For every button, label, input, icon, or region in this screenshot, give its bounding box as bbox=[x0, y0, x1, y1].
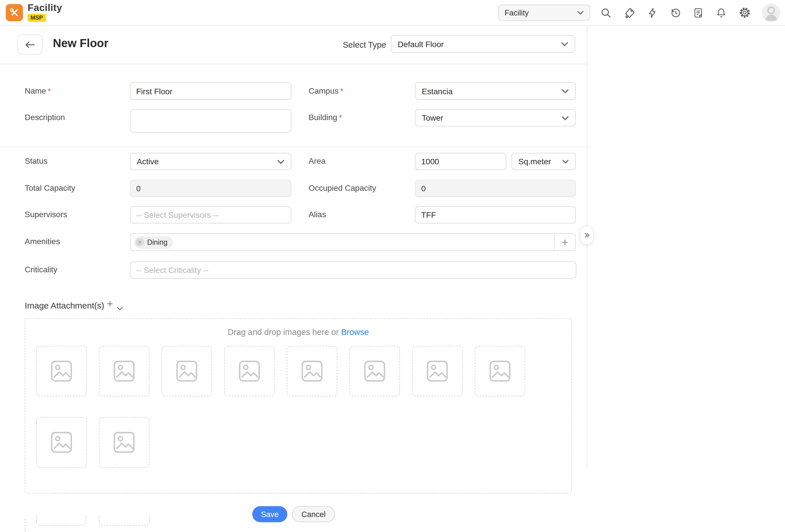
workspace-selector-value: Facility bbox=[505, 8, 529, 17]
settings-gear-icon[interactable] bbox=[738, 6, 751, 19]
select-type-label: Select Type bbox=[322, 40, 386, 49]
chevron-down-icon bbox=[277, 159, 284, 164]
notifications-bell-icon[interactable] bbox=[715, 6, 728, 19]
image-placeholder-tile bbox=[287, 346, 337, 397]
status-label: Status bbox=[25, 156, 47, 166]
save-button[interactable]: Save bbox=[252, 506, 287, 522]
status-value: Active bbox=[137, 157, 159, 166]
image-icon bbox=[363, 359, 387, 383]
collapse-section-icon[interactable] bbox=[117, 303, 123, 313]
total-capacity-label: Total Capacity bbox=[25, 183, 75, 193]
campus-value: Estancia bbox=[422, 86, 453, 96]
chevron-down-icon bbox=[561, 41, 568, 47]
total-capacity-field: 0 bbox=[130, 180, 292, 197]
cancel-button[interactable]: Cancel bbox=[292, 506, 335, 522]
image-icon bbox=[49, 430, 74, 454]
name-input[interactable] bbox=[130, 82, 292, 100]
image-placeholder-tile bbox=[349, 346, 400, 397]
chevron-down-icon bbox=[562, 159, 569, 164]
history-icon[interactable] bbox=[669, 6, 682, 19]
campus-dropdown[interactable]: Estancia bbox=[415, 82, 576, 100]
building-label: Building* bbox=[309, 112, 342, 122]
amenities-add-button[interactable]: + bbox=[554, 234, 575, 251]
area-input[interactable] bbox=[415, 153, 506, 170]
image-placeholder-tile-partial bbox=[36, 515, 86, 526]
area-label: Area bbox=[309, 156, 326, 166]
image-icon bbox=[488, 359, 512, 383]
app-logo bbox=[6, 4, 23, 21]
image-icon bbox=[425, 359, 449, 383]
dropzone-instruction: Drag and drop images here or Browse bbox=[25, 327, 572, 337]
name-label: Name* bbox=[25, 86, 51, 95]
required-marker: * bbox=[48, 87, 51, 95]
header-divider bbox=[0, 64, 587, 64]
occupied-capacity-label: Occupied Capacity bbox=[309, 183, 376, 193]
workspace-selector[interactable]: Facility bbox=[498, 5, 590, 21]
double-chevron-right-icon bbox=[583, 231, 590, 239]
amenities-label: Amenities bbox=[25, 237, 60, 246]
campus-label: Campus* bbox=[309, 86, 343, 95]
browse-link[interactable]: Browse bbox=[341, 327, 369, 337]
building-value: Tower bbox=[422, 113, 444, 122]
page-title: New Floor bbox=[53, 37, 108, 50]
image-placeholder-tile bbox=[475, 346, 525, 397]
criticality-label: Criticality bbox=[25, 265, 57, 274]
image-placeholder-tile bbox=[412, 346, 463, 397]
section-divider bbox=[0, 147, 587, 147]
amenities-field[interactable]: × Dining + bbox=[130, 233, 576, 251]
image-placeholder-tile-partial bbox=[99, 515, 150, 526]
select-type-dropdown[interactable]: Default Floor bbox=[391, 35, 575, 53]
back-button[interactable] bbox=[17, 34, 43, 55]
description-textarea[interactable] bbox=[130, 109, 292, 133]
image-placeholder-tile bbox=[99, 346, 149, 397]
alias-input[interactable] bbox=[415, 206, 576, 224]
image-icon bbox=[49, 359, 74, 383]
app-title: Facility bbox=[28, 2, 62, 14]
top-bar: Facility MSP Facility bbox=[0, 0, 785, 26]
chevron-down-icon bbox=[577, 10, 584, 15]
zia-lightning-icon[interactable] bbox=[646, 6, 659, 19]
user-avatar[interactable] bbox=[762, 3, 780, 22]
amenity-chip-label: Dining bbox=[147, 238, 168, 246]
image-placeholder-tile bbox=[36, 346, 87, 397]
required-marker: * bbox=[339, 113, 342, 122]
feedback-icon[interactable] bbox=[692, 6, 705, 19]
dropzone-edge-fragment bbox=[25, 519, 26, 532]
image-icon bbox=[300, 359, 324, 383]
image-icon bbox=[237, 359, 261, 383]
supervisors-label: Supervisors bbox=[25, 210, 67, 219]
criticality-input[interactable] bbox=[130, 261, 576, 279]
select-type-value: Default Floor bbox=[398, 40, 444, 49]
person-icon bbox=[762, 3, 780, 22]
image-placeholder-tile bbox=[36, 417, 87, 468]
image-placeholder-tile bbox=[224, 346, 275, 397]
arrow-left-icon bbox=[24, 40, 35, 49]
required-marker: * bbox=[340, 87, 343, 95]
image-icon bbox=[112, 359, 136, 383]
tools-icon bbox=[8, 6, 21, 19]
search-icon[interactable] bbox=[599, 6, 612, 19]
chevron-down-icon bbox=[561, 88, 569, 94]
right-panel-divider bbox=[587, 25, 587, 468]
status-dropdown[interactable]: Active bbox=[130, 153, 292, 170]
add-attachment-icon[interactable]: + bbox=[107, 298, 113, 310]
image-icon bbox=[112, 430, 136, 454]
image-placeholder-tile bbox=[161, 346, 212, 397]
description-label: Description bbox=[25, 112, 65, 122]
chevron-down-icon bbox=[561, 115, 569, 120]
chip-remove-icon[interactable]: × bbox=[136, 238, 144, 247]
area-unit-value: Sq.meter bbox=[518, 157, 551, 166]
occupied-capacity-field: 0 bbox=[415, 180, 576, 197]
area-unit-dropdown[interactable]: Sq.meter bbox=[511, 153, 576, 170]
quick-create-icon[interactable] bbox=[623, 6, 636, 19]
msp-badge: MSP bbox=[28, 14, 46, 22]
building-dropdown[interactable]: Tower bbox=[415, 109, 576, 126]
alias-label: Alias bbox=[309, 210, 326, 219]
supervisors-input[interactable] bbox=[130, 206, 292, 224]
image-attachments-heading: Image Attachment(s) bbox=[25, 301, 104, 310]
image-icon bbox=[175, 359, 199, 383]
image-placeholder-tile bbox=[99, 417, 149, 468]
panel-expand-button[interactable] bbox=[580, 226, 593, 244]
amenity-chip: × Dining bbox=[134, 236, 173, 249]
